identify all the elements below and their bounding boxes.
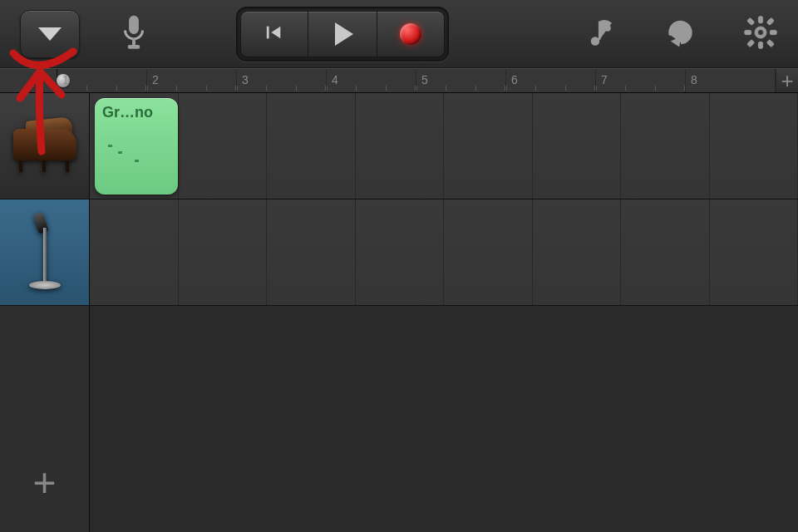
transport-controls (236, 7, 449, 62)
measure-label: 3 (242, 73, 249, 86)
instruments-icon[interactable] (584, 15, 618, 53)
mic-stand-instrument-icon (24, 211, 66, 294)
triangle-down-icon (38, 27, 62, 41)
ruler-measure-1[interactable]: 1 (57, 69, 147, 92)
svg-rect-2 (128, 45, 139, 47)
add-section-button[interactable]: + (776, 69, 798, 92)
midi-region-piano[interactable]: Gr…no (95, 98, 178, 195)
piano-instrument-icon (11, 122, 79, 170)
svg-rect-10 (745, 30, 751, 34)
svg-rect-0 (130, 16, 139, 33)
measure-label: 1 (62, 73, 69, 86)
track-header-vocal[interactable] (0, 200, 89, 306)
measure-label: 6 (511, 73, 518, 86)
add-track-button[interactable]: + (0, 432, 89, 532)
track-lane-piano[interactable]: Gr…no (90, 93, 798, 200)
measure-label: 4 (332, 73, 338, 86)
svg-marker-4 (271, 26, 280, 38)
record-icon (400, 23, 421, 45)
timeline-ruler[interactable]: 1 2 3 4 5 6 7 8 (57, 69, 776, 92)
svg-point-5 (591, 37, 600, 46)
track-header-list: + (0, 93, 90, 532)
svg-rect-14 (747, 39, 755, 47)
svg-point-6 (604, 24, 611, 31)
svg-rect-8 (758, 16, 762, 22)
ruler-measure-2[interactable]: 2 (147, 69, 237, 92)
empty-lane-area (90, 306, 798, 532)
arrangement-lane-area[interactable]: Gr…no (90, 93, 798, 532)
plus-icon: + (32, 460, 56, 505)
svg-rect-1 (133, 38, 135, 45)
ruler-measure-5[interactable]: 5 (416, 69, 506, 92)
svg-rect-13 (766, 17, 774, 25)
play-button[interactable] (308, 11, 377, 57)
microphone-icon[interactable] (116, 15, 151, 53)
ruler-measure-8[interactable]: 8 (686, 69, 776, 92)
region-label: Gr…no (102, 104, 170, 121)
top-toolbar (0, 0, 798, 68)
ruler-measure-6[interactable]: 6 (506, 69, 596, 92)
ruler-measure-3[interactable]: 3 (237, 69, 327, 92)
svg-rect-15 (766, 39, 774, 47)
rewind-button[interactable] (240, 11, 308, 57)
svg-rect-12 (747, 17, 755, 25)
play-icon (335, 22, 353, 46)
record-button[interactable] (377, 11, 445, 57)
toolbar-right-group (584, 15, 778, 53)
track-header-piano[interactable] (0, 93, 89, 200)
toolbar-left-group (20, 10, 151, 58)
tracks-area: + Gr…no (0, 93, 798, 532)
loop-icon[interactable] (663, 15, 698, 53)
settings-gear-icon[interactable] (743, 15, 778, 53)
my-songs-dropdown-button[interactable] (20, 10, 80, 58)
track-lane-vocal[interactable] (90, 200, 798, 306)
measure-label: 2 (152, 73, 159, 86)
svg-rect-9 (758, 42, 762, 48)
ruler-measure-7[interactable]: 7 (596, 69, 686, 92)
measure-label: 7 (601, 73, 608, 86)
ruler-measure-4[interactable]: 4 (327, 69, 416, 92)
measure-label: 5 (421, 73, 428, 86)
measure-label: 8 (691, 73, 697, 86)
rewind-icon (265, 23, 283, 45)
plus-icon: + (781, 70, 793, 91)
timeline-ruler-row: 1 2 3 4 5 6 7 8 + (0, 68, 798, 93)
ruler-gutter (0, 69, 57, 92)
svg-rect-11 (770, 30, 776, 34)
svg-rect-3 (267, 26, 269, 38)
